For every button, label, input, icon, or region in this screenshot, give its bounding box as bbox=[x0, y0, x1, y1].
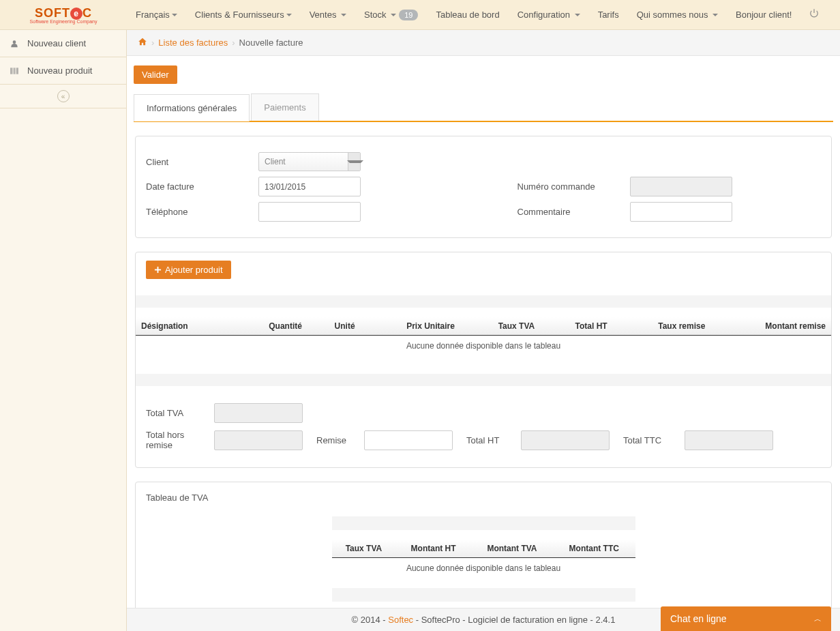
client-label: Client bbox=[146, 157, 258, 167]
logo[interactable]: SOFTeC Software Engineering Company bbox=[0, 6, 127, 24]
chat-label: Chat en ligne bbox=[670, 613, 727, 624]
logo-part2: C bbox=[82, 6, 92, 20]
products-panel: Ajouter produit Désignation Quantité Uni… bbox=[135, 252, 832, 468]
col-unite[interactable]: Unité bbox=[308, 317, 361, 336]
col-prix-unitaire[interactable]: Prix Unitaire bbox=[361, 317, 460, 336]
products-table: Désignation Quantité Unité Prix Unitaire… bbox=[136, 317, 831, 356]
sidebar-item-label: Nouveau client bbox=[27, 38, 86, 48]
tva-panel: Tableau de TVA Taux TVA Montant HT Monta… bbox=[135, 482, 832, 623]
date-facture-label: Date facture bbox=[146, 181, 258, 192]
col-montant-ht[interactable]: Montant HT bbox=[395, 540, 471, 558]
total-hors-remise-label: Total hors remise bbox=[146, 430, 207, 450]
svg-rect-5 bbox=[14, 68, 14, 74]
svg-point-1 bbox=[13, 40, 16, 44]
col-quantite[interactable]: Quantité bbox=[233, 317, 308, 336]
chevron-left-icon: « bbox=[57, 90, 70, 102]
user-icon bbox=[10, 39, 19, 48]
remise-input[interactable] bbox=[364, 430, 453, 450]
svg-rect-4 bbox=[13, 68, 14, 74]
products-empty-row: Aucune donnée disponible dans le tableau bbox=[136, 336, 831, 357]
col-taux-remise[interactable]: Taux remise bbox=[613, 317, 711, 336]
svg-rect-8 bbox=[18, 68, 18, 74]
ajouter-produit-button[interactable]: Ajouter produit bbox=[146, 261, 231, 279]
barcode-icon bbox=[10, 66, 19, 76]
caret-icon bbox=[575, 14, 580, 16]
telephone-label: Téléphone bbox=[146, 207, 258, 217]
nav-menu: Français Clients & Fournisseurs Ventes S… bbox=[127, 0, 833, 30]
col-taux-tva[interactable]: Taux TVA bbox=[460, 317, 540, 336]
date-facture-input[interactable] bbox=[258, 177, 361, 196]
chevron-up-icon: ︿ bbox=[814, 614, 822, 624]
sidebar-nouveau-produit[interactable]: Nouveau produit bbox=[0, 57, 126, 85]
logo-part1: SOFT bbox=[35, 6, 70, 20]
remise-label: Remise bbox=[316, 435, 357, 445]
nav-bonjour[interactable]: Bonjour client! bbox=[727, 0, 800, 30]
power-icon bbox=[809, 8, 819, 18]
svg-rect-7 bbox=[17, 68, 18, 74]
col-montant-tva[interactable]: Montant TVA bbox=[471, 540, 553, 558]
sidebar-item-label: Nouveau produit bbox=[27, 65, 92, 76]
total-tva-label: Total TVA bbox=[146, 408, 207, 418]
col-montant-remise[interactable]: Montant remise bbox=[710, 317, 831, 336]
svg-rect-2 bbox=[10, 68, 11, 74]
numero-commande-label: Numéro commande bbox=[518, 181, 630, 192]
svg-rect-6 bbox=[16, 68, 16, 74]
caret-icon bbox=[341, 14, 346, 16]
home-icon[interactable] bbox=[138, 37, 147, 48]
commentaire-input[interactable] bbox=[630, 202, 732, 222]
logo-circle: e bbox=[70, 8, 82, 20]
commentaire-label: Commentaire bbox=[518, 207, 630, 217]
total-hors-remise-input[interactable] bbox=[214, 430, 303, 450]
nav-qui-sommes-nous[interactable]: Qui sommes nous bbox=[628, 0, 727, 30]
chat-widget[interactable]: Chat en ligne ︿ bbox=[661, 606, 831, 631]
client-placeholder: Client bbox=[259, 157, 348, 166]
breadcrumb-sep: › bbox=[151, 38, 154, 48]
nav-configuration[interactable]: Configuration bbox=[509, 0, 589, 30]
nav-stock[interactable]: Stock 19 bbox=[355, 0, 427, 30]
breadcrumb: › Liste des factures › Nouvelle facture bbox=[127, 30, 840, 56]
stock-badge: 19 bbox=[399, 10, 418, 20]
nav-logout[interactable] bbox=[800, 0, 828, 30]
nav-clients-fournisseurs[interactable]: Clients & Fournisseurs bbox=[186, 0, 301, 30]
logo-subtitle: Software Engineering Company bbox=[0, 19, 127, 24]
svg-rect-10 bbox=[155, 269, 161, 271]
col-designation[interactable]: Désignation bbox=[136, 317, 233, 336]
total-tva-input[interactable] bbox=[214, 403, 303, 423]
col-total-ht[interactable]: Total HT bbox=[540, 317, 612, 336]
client-combobox[interactable]: Client bbox=[258, 152, 361, 171]
tab-paiements[interactable]: Paiements bbox=[251, 93, 318, 121]
total-ht-input[interactable] bbox=[521, 430, 610, 450]
caret-icon bbox=[391, 14, 396, 16]
tab-informations-generales[interactable]: Informations générales bbox=[134, 94, 250, 121]
breadcrumb-liste-factures[interactable]: Liste des factures bbox=[158, 38, 228, 48]
tva-empty-row: Aucune donnée disponible dans le tableau bbox=[332, 558, 635, 579]
top-navbar: SOFTeC Software Engineering Company Fran… bbox=[0, 0, 840, 30]
caret-icon bbox=[286, 14, 292, 16]
col-montant-ttc[interactable]: Montant TTC bbox=[553, 540, 635, 558]
breadcrumb-current: Nouvelle facture bbox=[239, 38, 303, 48]
nav-tableau-de-bord[interactable]: Tableau de bord bbox=[427, 0, 508, 30]
form-panel: Client Client Date facture Numéro comman… bbox=[135, 136, 832, 238]
plus-icon bbox=[154, 266, 162, 274]
breadcrumb-sep: › bbox=[232, 38, 235, 48]
nav-ventes[interactable]: Ventes bbox=[301, 0, 355, 30]
totals-section: Total TVA Total hors remise Remise Total… bbox=[136, 386, 831, 467]
nav-francais[interactable]: Français bbox=[127, 0, 186, 30]
telephone-input[interactable] bbox=[258, 202, 361, 222]
total-ttc-label: Total TTC bbox=[623, 435, 678, 445]
nav-tarifs[interactable]: Tarifs bbox=[589, 0, 628, 30]
tabs: Informations générales Paiements bbox=[134, 93, 833, 122]
sidebar: Nouveau client Nouveau produit « bbox=[0, 30, 127, 631]
total-ht-label: Total HT bbox=[466, 435, 514, 445]
total-ttc-input[interactable] bbox=[685, 430, 773, 450]
sidebar-collapse[interactable]: « bbox=[0, 85, 126, 108]
footer-softec-link[interactable]: Softec bbox=[388, 615, 413, 625]
valider-button[interactable]: Valider bbox=[134, 65, 177, 84]
dropdown-icon bbox=[348, 153, 360, 171]
sidebar-nouveau-client[interactable]: Nouveau client bbox=[0, 30, 126, 57]
main-content: › Liste des factures › Nouvelle facture … bbox=[127, 30, 840, 631]
tva-table: Taux TVA Montant HT Montant TVA Montant … bbox=[332, 540, 635, 578]
col-taux-tva[interactable]: Taux TVA bbox=[332, 540, 396, 558]
numero-commande-input[interactable] bbox=[630, 177, 732, 196]
tva-title: Tableau de TVA bbox=[136, 482, 831, 503]
